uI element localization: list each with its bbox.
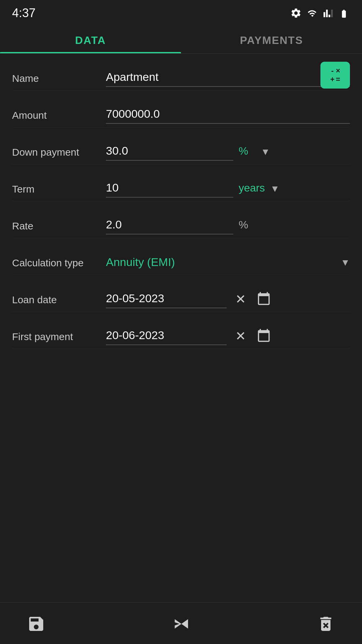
down-payment-input[interactable] — [106, 142, 233, 161]
calculation-type-value-area: Annuity (EMI) ▼ — [106, 256, 350, 271]
term-value-area: years ▼ — [106, 178, 350, 198]
calculation-type-field-row: Calculation type Annuity (EMI) ▼ — [12, 238, 350, 275]
send-button[interactable] — [165, 612, 197, 635]
term-label: Term — [12, 183, 106, 198]
bottom-toolbar — [0, 602, 362, 644]
loan-date-label: Loan date — [12, 294, 106, 308]
rate-field-row: Rate % — [12, 201, 350, 238]
rate-value-area: % — [106, 215, 350, 234]
calculation-type-label: Calculation type — [12, 257, 106, 271]
first-payment-input[interactable] — [106, 326, 227, 345]
loan-date-clear-button[interactable]: ✕ — [232, 293, 249, 308]
gear-icon — [290, 7, 302, 19]
calculator-button[interactable]: -× += — [320, 62, 350, 89]
calculation-type-value[interactable]: Annuity (EMI) — [106, 256, 335, 271]
status-time: 4:37 — [12, 6, 36, 20]
down-payment-label: Down payment — [12, 147, 106, 161]
rate-unit: % — [239, 219, 255, 234]
status-icons — [290, 7, 350, 19]
rate-input[interactable] — [106, 215, 233, 234]
name-label: Name — [12, 73, 106, 87]
down-payment-unit: % — [239, 145, 255, 161]
first-payment-field-row: First payment ✕ — [12, 312, 350, 349]
tab-bar: DATA PAYMENTS — [0, 24, 362, 54]
down-payment-dropdown-icon[interactable]: ▼ — [261, 147, 270, 161]
term-dropdown-icon[interactable]: ▼ — [270, 183, 280, 198]
loan-date-input[interactable] — [106, 289, 227, 308]
term-field-row: Term years ▼ — [12, 164, 350, 201]
tab-payments[interactable]: PAYMENTS — [181, 24, 362, 53]
first-payment-clear-button[interactable]: ✕ — [232, 330, 249, 345]
name-input[interactable] — [106, 68, 350, 87]
rate-label: Rate — [12, 220, 106, 234]
status-bar: 4:37 — [0, 0, 362, 24]
tab-data[interactable]: DATA — [0, 24, 181, 53]
term-input[interactable] — [106, 178, 233, 198]
amount-label: Amount — [12, 110, 106, 124]
loan-date-value-area: ✕ — [106, 289, 350, 308]
main-content: -× += Name Amount Down payment % ▼ Term … — [0, 54, 362, 349]
battery-icon — [338, 8, 350, 18]
calculation-type-dropdown-icon[interactable]: ▼ — [341, 257, 350, 271]
term-unit: years — [239, 182, 265, 198]
first-payment-value-area: ✕ — [106, 326, 350, 345]
down-payment-field-row: Down payment % ▼ — [12, 127, 350, 164]
first-payment-label: First payment — [12, 331, 106, 345]
amount-input[interactable] — [106, 105, 350, 124]
calc-icon: -× += — [330, 67, 340, 83]
signal-icon — [323, 8, 333, 19]
first-payment-calendar-button[interactable] — [255, 328, 273, 345]
save-button[interactable] — [20, 612, 52, 635]
name-value-area — [106, 68, 350, 87]
delete-button[interactable] — [310, 612, 342, 635]
amount-value-area — [106, 105, 350, 124]
wifi-icon — [306, 8, 318, 19]
name-field-row: Name — [12, 54, 350, 91]
loan-date-field-row: Loan date ✕ — [12, 275, 350, 312]
loan-date-calendar-button[interactable] — [255, 291, 273, 308]
down-payment-value-area: % ▼ — [106, 142, 350, 161]
amount-field-row: Amount — [12, 91, 350, 127]
